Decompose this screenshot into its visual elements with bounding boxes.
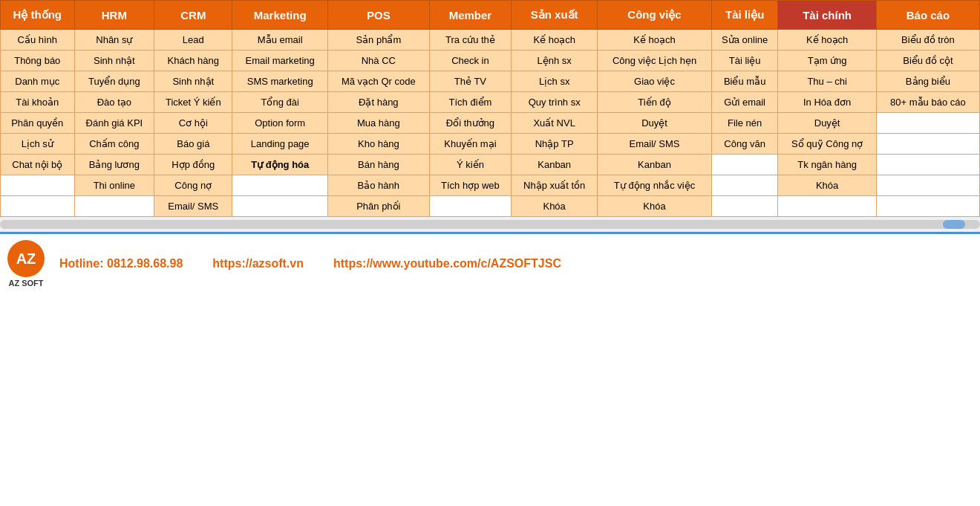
menu-hop-dong[interactable]: Hợp đồng [154, 155, 232, 175]
menu-ma-vach[interactable]: Mã vạch Qr code [327, 71, 429, 92]
header-he-thong[interactable]: Hệ thống [1, 1, 75, 30]
menu-ticket[interactable]: Ticket Ý kiến [154, 92, 232, 113]
menu-mua-hang[interactable]: Mua hàng [327, 113, 429, 134]
menu-empty-9 [1, 196, 75, 217]
footer: AZ AZ SOFT Hotline: 0812.98.68.98 https:… [0, 232, 980, 293]
menu-lenh-sx[interactable]: Lệnh sx [512, 51, 598, 71]
header-pos[interactable]: POS [327, 1, 429, 30]
menu-tam-ung[interactable]: Tạm ứng [778, 51, 876, 71]
header-marketing[interactable]: Marketing [232, 1, 328, 30]
menu-doi-thuong[interactable]: Đổi thưởng [429, 113, 511, 134]
menu-duyet-tc[interactable]: Duyệt [778, 113, 876, 134]
menu-gui-email[interactable]: Gửi email [711, 92, 778, 113]
menu-bang-bieu[interactable]: Bảng biểu [876, 71, 979, 92]
menu-dat-hang[interactable]: Đặt hàng [327, 92, 429, 113]
menu-in-hoa-don[interactable]: In Hóa đơn [778, 92, 876, 113]
menu-landing-page[interactable]: Landing page [232, 134, 328, 155]
menu-tuyen-dung[interactable]: Tuyển dụng [74, 71, 154, 92]
menu-ke-hoach-tc[interactable]: Kế hoạch [778, 30, 876, 51]
menu-danh-gia-kpi[interactable]: Đánh giá KPI [74, 113, 154, 134]
menu-giao-viec[interactable]: Giao việc [598, 71, 712, 92]
menu-email-marketing[interactable]: Email marketing [232, 51, 328, 71]
menu-thu-chi[interactable]: Thu – chi [778, 71, 876, 92]
menu-80-mau[interactable]: 80+ mẫu báo cáo [876, 92, 979, 113]
header-crm[interactable]: CRM [154, 1, 232, 30]
menu-the-tv[interactable]: Thẻ TV [429, 71, 511, 92]
header-cong-viec[interactable]: Công việc [598, 1, 712, 30]
menu-tien-do[interactable]: Tiến độ [598, 92, 712, 113]
menu-cau-hinh[interactable]: Cấu hình [1, 30, 75, 51]
menu-xuat-nvl[interactable]: Xuất NVL [512, 113, 598, 134]
menu-khoa-sx[interactable]: Khóa [512, 196, 598, 217]
menu-ban-hang[interactable]: Bán hàng [327, 155, 429, 175]
menu-co-hoi[interactable]: Cơ hội [154, 113, 232, 134]
menu-thong-bao[interactable]: Thông báo [1, 51, 75, 71]
menu-nhan-su[interactable]: Nhân sự [74, 30, 154, 51]
menu-tai-khoan[interactable]: Tài khoản [1, 92, 75, 113]
menu-lich-su[interactable]: Lịch sử [1, 134, 75, 155]
menu-bieu-mau[interactable]: Biểu mẫu [711, 71, 778, 92]
menu-khach-hang[interactable]: Khách hàng [154, 51, 232, 71]
menu-y-kien[interactable]: Ý kiến [429, 155, 511, 175]
menu-quy-trinh-sx[interactable]: Quy trình sx [512, 92, 598, 113]
menu-lich-sx[interactable]: Lịch sx [512, 71, 598, 92]
menu-ke-hoach-cv[interactable]: Kế hoạch [598, 30, 712, 51]
menu-lead[interactable]: Lead [154, 30, 232, 51]
menu-danh-muc[interactable]: Danh mục [1, 71, 75, 92]
header-bao-cao[interactable]: Báo cáo [876, 1, 979, 30]
menu-bang-luong[interactable]: Bảng lương [74, 155, 154, 175]
menu-cong-van[interactable]: Công văn [711, 134, 778, 155]
menu-bieu-do-cot[interactable]: Biểu đồ cột [876, 51, 979, 71]
menu-email-sms-crm[interactable]: Email/ SMS [154, 196, 232, 217]
menu-file-nen[interactable]: File nén [711, 113, 778, 134]
menu-tich-diem[interactable]: Tích điểm [429, 92, 511, 113]
header-member[interactable]: Member [429, 1, 511, 30]
menu-san-pham[interactable]: Sản phẩm [327, 30, 429, 51]
menu-ke-hoach-sx[interactable]: Kế hoạch [512, 30, 598, 51]
menu-option-form[interactable]: Option form [232, 113, 328, 134]
menu-nhap-tp[interactable]: Nhập TP [512, 134, 598, 155]
menu-tu-dong-nhac-viec[interactable]: Tự động nhắc việc [598, 175, 712, 196]
menu-nha-cc[interactable]: Nhà CC [327, 51, 429, 71]
menu-tong-dai[interactable]: Tổng đài [232, 92, 328, 113]
menu-khuyen-mai[interactable]: Khuyến mại [429, 134, 511, 155]
menu-bieu-do-tron[interactable]: Biểu đồ tròn [876, 30, 979, 51]
menu-tai-lieu[interactable]: Tài liệu [711, 51, 778, 71]
menu-check-in[interactable]: Check in [429, 51, 511, 71]
header-hrm[interactable]: HRM [74, 1, 154, 30]
menu-so-quy[interactable]: Sổ quỹ Công nợ [778, 134, 876, 155]
menu-dao-tao[interactable]: Đào tạo [74, 92, 154, 113]
menu-kho-hang[interactable]: Kho hàng [327, 134, 429, 155]
menu-cham-cong[interactable]: Chấm công [74, 134, 154, 155]
scrollbar-area[interactable] [0, 217, 980, 232]
menu-thi-online[interactable]: Thi online [74, 175, 154, 196]
menu-tich-hop-web[interactable]: Tích hợp web [429, 175, 511, 196]
menu-khoa-cv[interactable]: Khóa [598, 196, 712, 217]
menu-tu-dong-hoa[interactable]: Tự động hóa [232, 155, 328, 175]
scrollbar-track[interactable] [0, 220, 980, 229]
header-san-xuat[interactable]: Sản xuất [512, 1, 598, 30]
menu-chat-noi-bo[interactable]: Chat nội bộ [1, 155, 75, 175]
header-tai-chinh[interactable]: Tài chính [778, 1, 876, 30]
menu-sinh-nhat-crm[interactable]: Sinh nhật [154, 71, 232, 92]
menu-phan-phoi[interactable]: Phân phối [327, 196, 429, 217]
menu-bao-hanh[interactable]: Bảo hành [327, 175, 429, 196]
menu-sms-marketing[interactable]: SMS marketing [232, 71, 328, 92]
menu-sua-online[interactable]: Sửa online [711, 30, 778, 51]
menu-mau-email[interactable]: Mẫu email [232, 30, 328, 51]
menu-email-sms-cv[interactable]: Email/ SMS [598, 134, 712, 155]
menu-sinh-nhat-hrm[interactable]: Sinh nhật [74, 51, 154, 71]
menu-kanban-cv[interactable]: Kanban [598, 155, 712, 175]
menu-phan-quyen[interactable]: Phân quyền [1, 113, 75, 134]
menu-tk-ngan-hang[interactable]: Tk ngân hàng [778, 155, 876, 175]
scrollbar-thumb[interactable] [943, 220, 965, 229]
header-tai-lieu[interactable]: Tài liệu [711, 1, 778, 30]
menu-nhap-xuat-ton[interactable]: Nhập xuất tồn [512, 175, 598, 196]
menu-duyet-cv[interactable]: Duyệt [598, 113, 712, 134]
menu-bao-gia[interactable]: Báo giá [154, 134, 232, 155]
menu-cong-viec-lich-hen[interactable]: Công việc Lịch hẹn [598, 51, 712, 71]
menu-tra-cuu-the[interactable]: Tra cứu thẻ [429, 30, 511, 51]
menu-kanban-sx[interactable]: Kanban [512, 155, 598, 175]
menu-khoa-tc[interactable]: Khóa [778, 175, 876, 196]
menu-cong-no[interactable]: Công nợ [154, 175, 232, 196]
